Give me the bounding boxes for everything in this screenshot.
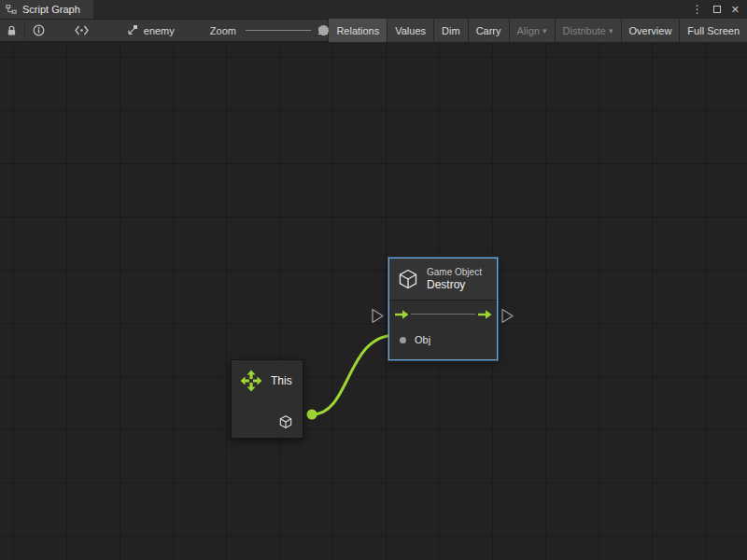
this-output-port[interactable] [307,410,317,420]
dim-button[interactable]: Dim [433,19,468,42]
zoom-slider[interactable] [246,19,311,42]
zoom-slider-track [246,30,311,31]
graph-name: enemy [144,25,175,36]
overview-button[interactable]: Overview [621,19,680,42]
carry-button[interactable]: Carry [468,19,509,42]
node-title: This [271,374,292,387]
values-button[interactable]: Values [387,19,433,42]
graph-breadcrumb[interactable]: enemy [126,24,175,36]
info-icon[interactable] [33,24,45,36]
game-object-output-cube-icon[interactable] [278,414,293,429]
node-destroy[interactable]: Game Object Destroy Obj [388,258,498,360]
lock-icon[interactable] [7,24,17,37]
node-title: Destroy [427,278,482,291]
obj-port-row[interactable]: Obj [389,329,497,351]
toolbar-buttons: Relations Values Dim Carry Align ▾ Distr… [328,19,747,42]
node-destroy-header[interactable]: Game Object Destroy [389,259,497,301]
fullscreen-button[interactable]: Full Screen [679,19,747,42]
graph-asset-icon [126,24,138,36]
obj-port-label: Obj [415,334,430,345]
window-menu-icon[interactable]: ⋮ [692,0,703,19]
flow-input-arrow-icon[interactable] [394,309,409,320]
this-move-icon [240,370,262,392]
connections-layer [0,42,747,560]
obj-input-port[interactable] [400,337,406,343]
toolbar-separator [24,19,25,42]
window-titlebar: Script Graph ⋮ ✕ [0,0,747,19]
maximize-icon[interactable] [713,6,721,13]
zoom-slider-handle[interactable] [318,25,329,35]
control-output-triangle-icon[interactable] [502,310,513,323]
align-button[interactable]: Align ▾ [509,19,555,42]
relations-button[interactable]: Relations [328,19,387,42]
control-input-triangle-icon[interactable] [373,310,383,323]
node-this[interactable]: This [231,359,303,439]
chevron-down-icon: ▾ [543,26,547,35]
game-object-cube-icon [397,268,419,290]
graph-canvas[interactable]: Game Object Destroy Obj [0,42,747,560]
flow-output-arrow-icon[interactable] [477,309,492,320]
connection-this-to-obj[interactable] [312,335,396,414]
zoom-label: Zoom [210,25,236,36]
graph-toolbar: enemy Zoom 1x Relations Values Dim Carry… [0,19,747,42]
control-flow-row [389,301,497,329]
relation-line [411,314,475,315]
script-graph-icon [6,4,17,15]
node-category: Game Object [427,267,482,277]
distribute-button[interactable]: Distribute ▾ [555,19,621,42]
tab-script-graph[interactable]: Script Graph [0,0,93,19]
edit-graph-icon[interactable] [75,25,89,35]
chevron-down-icon: ▾ [609,26,613,35]
close-icon[interactable]: ✕ [731,4,740,16]
tab-title: Script Graph [22,4,80,15]
